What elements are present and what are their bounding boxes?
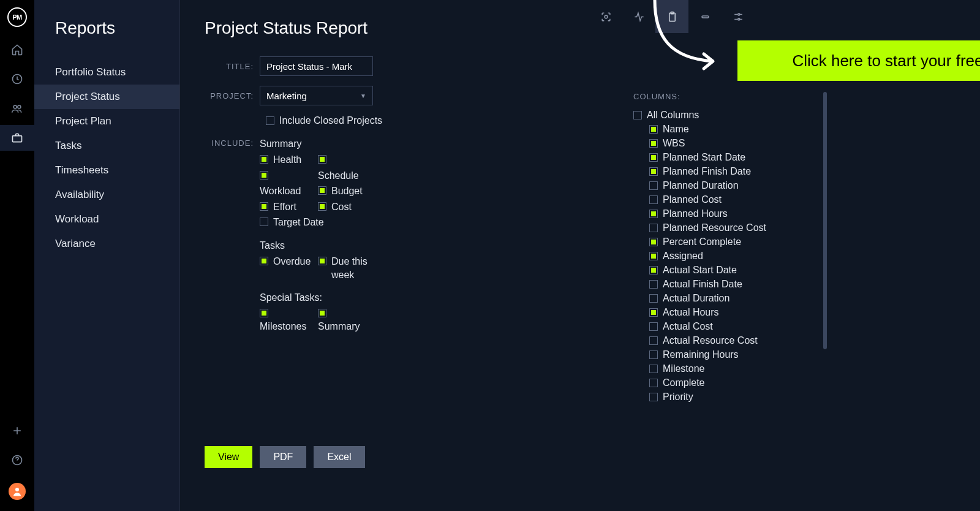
column-checkbox[interactable] (649, 322, 658, 331)
column-checkbox[interactable] (649, 195, 658, 204)
column-label: Name (663, 124, 689, 135)
main-content: Project Status Report TITLE: PROJECT: Ma… (180, 0, 980, 511)
include-checkbox[interactable] (318, 257, 326, 265)
column-item: Remaining Hours (633, 348, 829, 362)
column-checkbox[interactable] (649, 153, 658, 162)
title-label: TITLE: (205, 62, 260, 71)
columns-label: COLUMNS: (633, 92, 829, 101)
include-checkbox[interactable] (318, 155, 326, 164)
scrollbar[interactable] (823, 92, 827, 349)
include-checkbox[interactable] (318, 186, 326, 195)
column-checkbox[interactable] (649, 266, 658, 274)
include-option-label: Schedule (318, 169, 359, 183)
include-checkbox[interactable] (318, 202, 326, 211)
column-checkbox[interactable] (649, 280, 658, 289)
svg-rect-3 (13, 136, 22, 142)
title-input[interactable] (260, 56, 373, 76)
column-item: Actual Resource Cost (633, 334, 829, 348)
link-icon[interactable] (688, 0, 722, 33)
sidebar-item-project-plan[interactable]: Project Plan (34, 109, 179, 134)
include-checkbox[interactable] (260, 218, 268, 226)
svg-point-5 (15, 488, 19, 491)
sidebar-item-tasks[interactable]: Tasks (34, 134, 179, 158)
svg-point-1 (13, 105, 17, 108)
include-checkbox[interactable] (260, 257, 268, 265)
column-item: Actual Hours (633, 306, 829, 320)
column-label: Actual Duration (663, 293, 729, 304)
include-checkbox[interactable] (260, 155, 268, 164)
column-label: Actual Cost (663, 321, 713, 332)
reports-sidebar: Reports Portfolio StatusProject StatusPr… (34, 0, 180, 511)
sidebar-title: Reports (55, 18, 179, 38)
column-checkbox[interactable] (649, 393, 658, 401)
excel-button[interactable]: Excel (314, 446, 364, 468)
all-columns-checkbox[interactable] (633, 111, 642, 119)
column-checkbox[interactable] (649, 238, 658, 246)
include-label: INCLUDE: (205, 138, 260, 148)
sidebar-item-availability[interactable]: Availability (34, 183, 179, 207)
column-label: Remaining Hours (663, 349, 739, 360)
column-item: Complete (633, 376, 829, 390)
include-special-head: Special Tasks: (260, 292, 376, 303)
avatar[interactable] (9, 483, 26, 500)
column-label: Milestone (663, 363, 704, 374)
column-checkbox[interactable] (649, 308, 658, 317)
clock-icon[interactable] (10, 72, 24, 86)
column-checkbox[interactable] (649, 252, 658, 260)
column-label: Actual Resource Cost (663, 335, 758, 346)
column-checkbox[interactable] (649, 294, 658, 303)
include-checkbox[interactable] (260, 171, 268, 180)
sidebar-item-workload[interactable]: Workload (34, 207, 179, 232)
column-label: Actual Finish Date (663, 279, 742, 290)
include-closed-checkbox[interactable] (266, 116, 274, 125)
scan-icon[interactable] (589, 0, 622, 33)
view-button[interactable]: View (205, 446, 252, 468)
column-item: Planned Finish Date (633, 165, 829, 179)
column-item: Percent Complete (633, 235, 829, 249)
help-icon[interactable] (10, 453, 24, 467)
people-icon[interactable] (10, 102, 24, 115)
flow-icon[interactable] (722, 0, 755, 33)
activity-icon[interactable] (622, 0, 655, 33)
column-checkbox[interactable] (649, 336, 658, 345)
include-option-label: Due this week (331, 255, 376, 281)
sidebar-item-project-status[interactable]: Project Status (34, 85, 179, 109)
home-icon[interactable] (10, 43, 24, 56)
include-option-label: Summary (318, 320, 360, 333)
column-checkbox[interactable] (649, 139, 658, 148)
column-label: Complete (663, 377, 704, 388)
include-option-label: Effort (273, 200, 296, 214)
column-checkbox[interactable] (649, 350, 658, 359)
column-label: WBS (663, 138, 685, 149)
logo[interactable]: PM (7, 7, 27, 27)
include-tasks-head: Tasks (260, 240, 376, 251)
plus-icon[interactable] (10, 424, 24, 437)
include-option-label: Overdue (273, 255, 311, 268)
include-checkbox[interactable] (318, 309, 326, 317)
column-label: Percent Complete (663, 237, 741, 248)
include-checkbox[interactable] (260, 309, 268, 317)
pdf-button[interactable]: PDF (260, 446, 306, 468)
column-checkbox[interactable] (649, 224, 658, 232)
column-label: Planned Resource Cost (663, 222, 766, 233)
clipboard-icon[interactable] (655, 0, 688, 33)
include-summary-head: Summary (260, 138, 376, 150)
sidebar-item-portfolio-status[interactable]: Portfolio Status (34, 60, 179, 85)
column-checkbox[interactable] (649, 210, 658, 218)
column-checkbox[interactable] (649, 167, 658, 176)
cta-banner[interactable]: Click here to start your free trial (737, 40, 980, 81)
sidebar-item-timesheets[interactable]: Timesheets (34, 158, 179, 183)
svg-point-6 (605, 15, 608, 18)
project-select[interactable]: Marketing ▼ (260, 86, 373, 105)
column-item: Planned Cost (633, 193, 829, 207)
include-checkbox[interactable] (260, 202, 268, 211)
briefcase-icon[interactable] (10, 131, 24, 145)
project-select-value: Marketing (266, 91, 307, 101)
column-checkbox[interactable] (649, 379, 658, 387)
column-checkbox[interactable] (649, 181, 658, 190)
include-option-label: Budget (331, 184, 363, 198)
column-item: WBS (633, 137, 829, 151)
column-checkbox[interactable] (649, 365, 658, 373)
column-checkbox[interactable] (649, 125, 658, 134)
sidebar-item-variance[interactable]: Variance (34, 232, 179, 256)
